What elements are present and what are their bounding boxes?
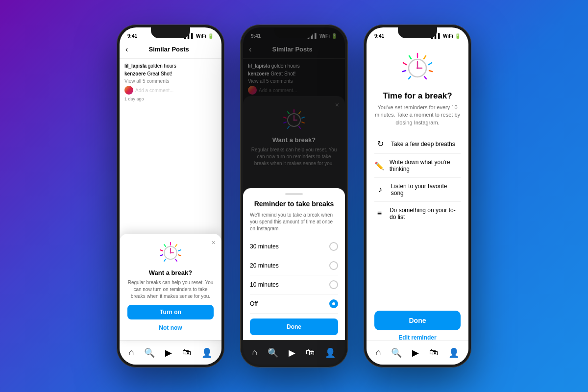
nav-title-1: Similar Posts	[132, 46, 206, 53]
reels-icon-1[interactable]: ▶	[165, 347, 172, 358]
comments-area-1: lil_lapisla golden hours kenzoere Great …	[120, 59, 221, 106]
comment-2-text: Great Shot!	[147, 71, 172, 76]
activity-list: ↻ Take a few deep breaths ✏️ Write down …	[374, 134, 461, 225]
comment-2-user: kenzoere	[124, 71, 146, 76]
break-modal-1: ×	[120, 234, 221, 340]
reels-icon-2[interactable]: ▶	[289, 347, 295, 358]
add-comment-text-1[interactable]: Add a comment...	[135, 88, 173, 93]
write-icon: ✏️	[374, 161, 385, 171]
list-icon: ≡	[374, 209, 385, 218]
break-screen: Time for a break? You've set reminders f…	[367, 41, 468, 233]
activity-text-2: Write down what you're thinking	[390, 159, 461, 172]
user-avatar-1	[124, 86, 133, 95]
view-all-comments-1[interactable]: View all 5 comments	[124, 78, 217, 84]
svg-line-6	[160, 250, 163, 251]
phone-1-screen: 9:41 ▌▌▌ WiFi 🔋 ‹ Similar Posts lil_lapi…	[120, 27, 221, 365]
home-icon-2[interactable]: ⌂	[252, 347, 258, 358]
phone-3-screen: 9:41 ▌▌▌ WiFi 🔋	[367, 27, 468, 365]
svg-line-1	[175, 245, 177, 246]
radio-20min-circle[interactable]	[329, 261, 338, 270]
radio-10min-label: 10 minutes	[250, 281, 279, 288]
search-icon-1[interactable]: 🔍	[144, 347, 155, 358]
svg-point-12	[170, 252, 172, 254]
wifi-icon-3: WiFi	[443, 33, 453, 39]
svg-line-5	[164, 245, 166, 246]
status-time-1: 9:41	[127, 33, 137, 39]
big-clock-svg	[400, 51, 435, 85]
notch-1	[151, 27, 190, 38]
radio-30min[interactable]: 30 minutes	[250, 237, 338, 256]
sheet-title: Reminder to take breaks	[250, 200, 338, 208]
svg-line-3	[178, 255, 181, 256]
shop-icon-2[interactable]: 🛍	[306, 347, 315, 358]
shop-icon-3[interactable]: 🛍	[429, 347, 438, 358]
svg-line-27	[424, 56, 426, 59]
activity-item-1: ↻ Take a few deep breaths	[374, 134, 461, 154]
search-icon-3[interactable]: 🔍	[391, 347, 402, 358]
home-icon-3[interactable]: ⌂	[376, 347, 381, 358]
radio-off-circle[interactable]	[329, 299, 338, 308]
activity-item-3: ♪ Listen to your favorite song	[374, 178, 461, 202]
bottom-nav-3: ⌂ 🔍 ▶ 🛍 👤	[367, 340, 468, 365]
done-button-3[interactable]: Done	[374, 311, 461, 330]
svg-line-29	[429, 71, 432, 72]
timestamp-1: 1 day ago	[124, 97, 217, 101]
sheet-desc: We'll remind you to take a break when yo…	[250, 212, 338, 232]
reminder-sheet: Reminder to take breaks We'll remind you…	[243, 188, 345, 340]
svg-line-4	[175, 259, 177, 261]
svg-line-7	[160, 255, 163, 256]
radio-10min-circle[interactable]	[329, 280, 338, 289]
svg-line-32	[403, 63, 406, 65]
modal-close-1[interactable]: ×	[212, 239, 216, 246]
comment-2-line: kenzoere Great Shot!	[124, 71, 217, 77]
phone-2: 9:41 ▌▌▌ WiFi 🔋 ‹ Similar Posts lil_lapi…	[240, 24, 348, 368]
radio-off-label: Off	[250, 300, 258, 307]
activity-text-1: Take a few deep breaths	[391, 141, 455, 147]
shop-icon-1[interactable]: 🛍	[182, 347, 191, 358]
back-button-1[interactable]: ‹	[125, 45, 128, 54]
radio-20min-label: 20 minutes	[250, 262, 279, 269]
battery-icon-3: 🔋	[455, 33, 461, 39]
svg-line-30	[424, 76, 426, 79]
bottom-nav-2: ⌂ 🔍 ▶ 🛍 👤	[243, 340, 345, 365]
phone-1: 9:41 ▌▌▌ WiFi 🔋 ‹ Similar Posts lil_lapi…	[117, 24, 224, 368]
radio-10min[interactable]: 10 minutes	[250, 275, 338, 294]
comment-1-text: golden hours	[148, 63, 176, 69]
clock-icon-1	[158, 241, 183, 265]
svg-line-8	[164, 259, 166, 261]
notch-3	[398, 27, 437, 38]
radio-20min[interactable]: 20 minutes	[250, 256, 338, 275]
comment-1-line: lil_lapisla golden hours	[124, 63, 217, 70]
radio-30min-circle[interactable]	[329, 242, 338, 251]
home-icon-1[interactable]: ⌂	[129, 347, 134, 358]
bottom-nav-1: ⌂ 🔍 ▶ 🛍 👤	[120, 340, 221, 365]
not-now-button-1[interactable]: Not now	[127, 322, 214, 333]
svg-line-31	[409, 56, 411, 59]
done-button-2[interactable]: Done	[250, 318, 338, 335]
svg-line-28	[429, 63, 432, 65]
comment-1-user: lil_lapisla	[124, 63, 147, 69]
wifi-icon: WiFi	[196, 33, 206, 39]
deep-breaths-icon: ↻	[374, 139, 386, 148]
svg-line-2	[178, 250, 181, 251]
nav-bar-1: ‹ Similar Posts	[120, 41, 221, 59]
break-subtitle: You've set reminders for every 10 minute…	[374, 104, 461, 126]
break-modal-title-1: Want a break?	[127, 269, 214, 276]
activity-text-4: Do something on your to-do list	[390, 207, 461, 220]
sheet-handle	[285, 193, 303, 195]
search-icon-2[interactable]: 🔍	[268, 347, 278, 358]
radio-30min-label: 30 minutes	[250, 243, 279, 250]
add-comment-row-1: Add a comment...	[124, 86, 217, 95]
profile-icon-1[interactable]: 👤	[201, 347, 212, 358]
svg-point-38	[416, 67, 418, 69]
break-title: Time for a break?	[374, 91, 461, 101]
turn-on-button-1[interactable]: Turn on	[127, 305, 214, 319]
clock-svg-1	[158, 241, 183, 265]
svg-line-33	[403, 71, 406, 72]
radio-off[interactable]: Off	[250, 294, 338, 314]
profile-icon-3[interactable]: 👤	[448, 347, 459, 358]
reels-icon-3[interactable]: ▶	[412, 347, 419, 358]
phone-2-screen: 9:41 ▌▌▌ WiFi 🔋 ‹ Similar Posts lil_lapi…	[243, 27, 345, 365]
svg-line-34	[409, 76, 411, 79]
profile-icon-2[interactable]: 👤	[325, 347, 336, 358]
